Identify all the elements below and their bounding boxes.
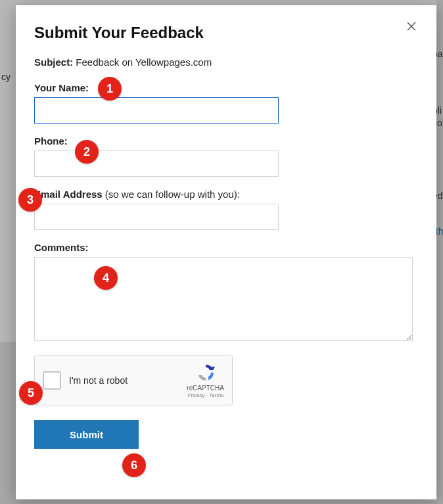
subject-line: Subject: Feedback on Yellowpages.com [34, 57, 418, 68]
close-button[interactable] [406, 20, 419, 33]
name-input[interactable] [34, 97, 279, 124]
annotation-badge-5: 5 [19, 381, 43, 405]
annotation-badge-6: 6 [122, 453, 146, 477]
name-label: Your Name: [34, 82, 418, 93]
recaptcha-logo-icon [187, 362, 224, 383]
comments-textarea[interactable] [34, 257, 413, 341]
annotation-badge-4: 4 [94, 266, 118, 290]
phone-input[interactable] [34, 150, 279, 177]
close-icon [406, 21, 419, 32]
comments-group: Comments: [34, 242, 418, 341]
subject-value: Feedback on Yellowpages.com [76, 57, 212, 68]
feedback-modal: Submit Your Feedback Subject: Feedback o… [16, 5, 436, 499]
annotation-badge-2: 2 [75, 140, 99, 164]
recaptcha-brand: reCAPTCHA [187, 384, 224, 392]
modal-title: Submit Your Feedback [34, 24, 418, 42]
name-label-text: Your Name: [34, 82, 89, 93]
subject-label: Subject: [34, 57, 73, 68]
annotation-badge-3: 3 [18, 188, 42, 212]
phone-label-text: Phone: [34, 135, 68, 147]
email-label-hint: (so we can follow-up with you): [103, 189, 240, 200]
recaptcha-checkbox[interactable] [43, 371, 61, 390]
submit-button[interactable]: Submit [34, 420, 139, 449]
comments-label-text: Comments: [34, 242, 89, 253]
comments-label: Comments: [34, 242, 418, 253]
recaptcha-privacy-terms[interactable]: Privacy - Terms [187, 392, 224, 399]
recaptcha-branding: reCAPTCHA Privacy - Terms [187, 362, 224, 399]
recaptcha-label: I'm not a robot [69, 375, 179, 386]
email-label: Email Address (so we can follow-up with … [34, 189, 418, 200]
annotation-badge-1: 1 [98, 77, 122, 101]
email-group: Email Address (so we can follow-up with … [34, 189, 418, 230]
email-label-bold: Email Address [34, 189, 103, 200]
email-input[interactable] [34, 204, 279, 230]
recaptcha-widget: I'm not a robot reCAPTCHA Privacy - Term… [34, 355, 233, 405]
name-group: Your Name: [34, 82, 418, 124]
